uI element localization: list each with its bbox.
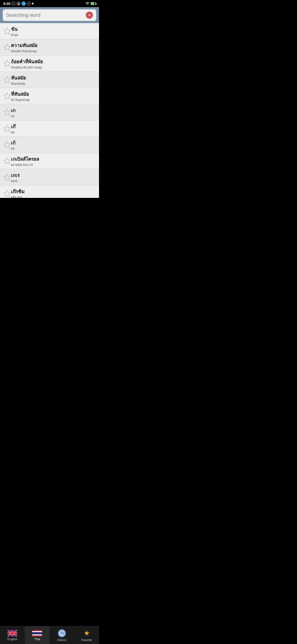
word-thai: เก๊ xyxy=(11,123,15,130)
word-roman: thi thạnsmay xyxy=(11,98,30,102)
word-roman: khwām thạnsmay xyxy=(11,49,37,53)
list-item[interactable]: เก๊กซิมkék sim xyxy=(0,185,99,198)
word-content: ทันสมัยthansmay xyxy=(11,74,26,86)
word-thai: เก้ xyxy=(11,139,15,146)
wifi-icon xyxy=(85,2,90,5)
svg-marker-4 xyxy=(4,93,10,99)
word-roman: thansmay xyxy=(11,82,26,86)
svg-marker-10 xyxy=(4,190,10,196)
word-roman: thxykha thi phn smay xyxy=(11,66,43,69)
word-roman: kere xyxy=(11,179,20,183)
word-roman: ke beils kho rxl xyxy=(11,163,39,167)
dot-icon xyxy=(32,3,34,4)
word-thai: เก xyxy=(11,107,15,114)
list-item[interactable]: เก้kě xyxy=(0,137,99,153)
status-right xyxy=(85,2,96,5)
list-item[interactable]: ทันสมัยthansmay xyxy=(0,72,99,88)
svg-marker-2 xyxy=(4,60,10,66)
lock-icon: ◑ xyxy=(16,2,20,6)
word-content: เกke xyxy=(11,107,15,118)
status-bar: 9:05 i ◑ 🌐 ✓ xyxy=(0,0,99,7)
word-thai: ถ้อยคำที่พ้นสมัย xyxy=(11,58,43,65)
word-thai: ขัน xyxy=(11,25,18,33)
word-roman: khạn xyxy=(11,33,18,37)
word-thai: ทันสมัย xyxy=(11,74,26,81)
status-time: 9:05 xyxy=(3,2,10,6)
list-item[interactable]: เก๊ké xyxy=(0,121,99,137)
list-item[interactable]: ขันkhạn xyxy=(0,23,99,39)
word-content: เก้kě xyxy=(11,139,15,151)
word-content: เก๊กซิมkék sim xyxy=(11,188,24,198)
word-content: เกเบิลส์โครอลke beils kho rxl xyxy=(11,155,39,167)
word-content: ที่ทันสมัยthi thạnsmay xyxy=(11,90,30,102)
word-thai: ที่ทันสมัย xyxy=(11,90,30,98)
svg-marker-0 xyxy=(4,28,10,34)
word-thai: เกเร xyxy=(11,171,20,179)
svg-marker-7 xyxy=(4,141,10,148)
word-content: ขันkhạn xyxy=(11,25,18,37)
star-icon[interactable] xyxy=(3,60,11,67)
list-item[interactable]: ความทันสมัยkhwām thạnsmay xyxy=(0,39,99,56)
star-icon[interactable] xyxy=(3,76,11,84)
star-icon[interactable] xyxy=(3,157,11,165)
word-list: ขันkhạn ความทันสมัยkhwām thạnsmay ถ้อยคำ… xyxy=(0,23,99,198)
list-item[interactable]: เกเรkere xyxy=(0,169,99,185)
search-clear-button[interactable]: × xyxy=(86,12,93,19)
svg-marker-5 xyxy=(4,109,10,115)
svg-marker-6 xyxy=(4,125,10,131)
list-item[interactable]: เกke xyxy=(0,104,99,121)
star-icon[interactable] xyxy=(3,141,11,149)
star-icon[interactable] xyxy=(3,43,11,51)
word-thai: เกเบิลส์โครอล xyxy=(11,155,39,163)
search-area: × xyxy=(0,7,99,23)
word-thai: ความทันสมัย xyxy=(11,42,37,49)
battery-icon xyxy=(91,2,96,5)
word-roman: kék sim xyxy=(11,195,24,198)
svg-marker-3 xyxy=(4,77,10,83)
word-content: ถ้อยคำที่พ้นสมัยthxykha thi phn smay xyxy=(11,58,43,69)
word-roman: kě xyxy=(11,147,15,151)
list-item[interactable]: ที่ทันสมัยthi thạnsmay xyxy=(0,88,99,104)
star-icon[interactable] xyxy=(3,173,11,181)
search-input[interactable] xyxy=(6,12,84,18)
clipboard-icon: ✓ xyxy=(27,2,31,6)
star-icon[interactable] xyxy=(3,125,11,132)
word-thai: เก๊กซิม xyxy=(11,188,24,195)
list-item[interactable]: ถ้อยคำที่พ้นสมัยthxykha thi phn smay xyxy=(0,56,99,72)
status-left: 9:05 i ◑ 🌐 ✓ xyxy=(3,1,34,6)
star-icon[interactable] xyxy=(3,92,11,100)
word-content: ความทันสมัยkhwām thạnsmay xyxy=(11,42,37,53)
info-icon: i xyxy=(12,2,15,6)
word-roman: ke xyxy=(11,114,15,118)
list-item[interactable]: เกเบิลส์โครอลke beils kho rxl xyxy=(0,153,99,169)
star-icon[interactable] xyxy=(3,108,11,116)
globe-icon: 🌐 xyxy=(21,1,26,6)
star-icon[interactable] xyxy=(3,190,11,197)
search-bar[interactable]: × xyxy=(3,9,96,21)
word-roman: ké xyxy=(11,130,15,134)
word-content: เก๊ké xyxy=(11,123,15,134)
svg-marker-8 xyxy=(4,158,10,164)
star-icon[interactable] xyxy=(3,27,11,35)
word-content: เกเรkere xyxy=(11,171,20,183)
svg-marker-9 xyxy=(4,174,10,180)
svg-marker-1 xyxy=(4,44,10,50)
